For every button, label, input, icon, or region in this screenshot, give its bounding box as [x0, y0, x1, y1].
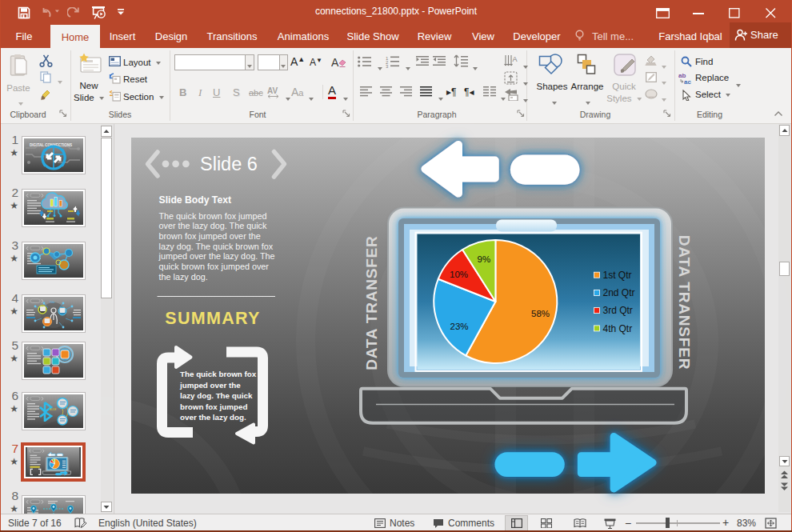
svg-text:23%: 23%: [450, 322, 469, 331]
svg-text:ac: ac: [684, 78, 691, 84]
svg-text:The quick brown fox: The quick brown fox: [180, 370, 257, 378]
svg-text:jumped over the: jumped over the: [179, 381, 241, 390]
svg-text:DATA TRANSFER: DATA TRANSFER: [676, 235, 693, 370]
svg-text:9%: 9%: [478, 254, 491, 264]
svg-text:1st Qtr: 1st Qtr: [603, 270, 632, 281]
svg-text:Slide 6: Slide 6: [200, 154, 258, 174]
svg-text:A: A: [513, 55, 518, 63]
svg-text:3rd Qtr: 3rd Qtr: [603, 305, 633, 316]
svg-text:over the lazy dog. The quick: over the lazy dog. The quick: [159, 221, 267, 230]
svg-text:Slide Body Text: Slide Body Text: [159, 194, 232, 206]
svg-text:58%: 58%: [531, 309, 550, 318]
svg-text:4th Qtr: 4th Qtr: [603, 323, 633, 334]
svg-text:Title: Title: [50, 301, 55, 304]
svg-text:DATA TRANSFER: DATA TRANSFER: [363, 235, 380, 370]
svg-text:lazy dog. The quick brown fox: lazy dog. The quick brown fox: [159, 242, 274, 251]
svg-text:A: A: [331, 56, 339, 69]
svg-text:2nd Qtr: 2nd Qtr: [603, 287, 635, 298]
svg-text:brown fox jumped over the: brown fox jumped over the: [159, 231, 261, 241]
svg-text:lazy dog. The quick: lazy dog. The quick: [180, 391, 253, 400]
svg-text:3: 3: [386, 64, 389, 68]
svg-text:the lazy dog.: the lazy dog.: [159, 272, 208, 282]
svg-text:quick brown fox jumped over: quick brown fox jumped over: [159, 262, 270, 271]
svg-text:over the lazy dog.: over the lazy dog.: [180, 413, 246, 422]
svg-text:The quick brown fox jumped: The quick brown fox jumped: [159, 211, 267, 221]
svg-text:10%: 10%: [450, 270, 468, 279]
svg-text:AV: AV: [267, 86, 278, 95]
svg-text:brown fox jumped: brown fox jumped: [180, 402, 247, 411]
svg-text:jumped over the lazy dog. The: jumped over the lazy dog. The: [158, 251, 275, 261]
svg-text:SUMMARY: SUMMARY: [165, 309, 260, 328]
